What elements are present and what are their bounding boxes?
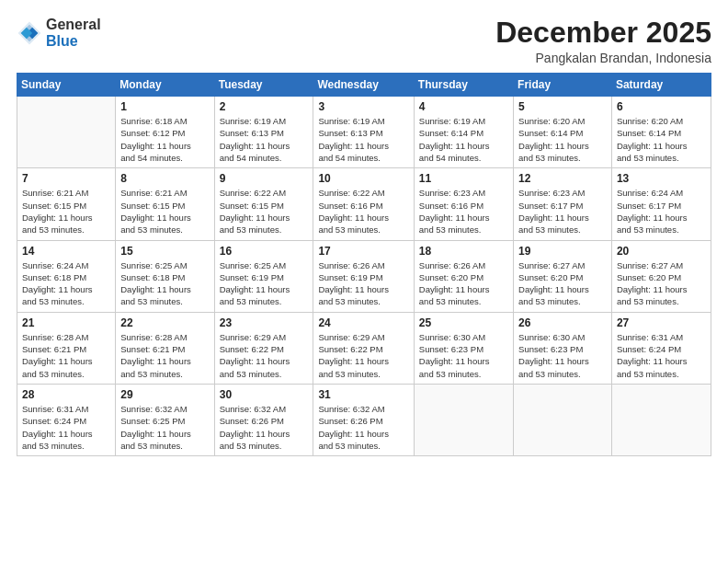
day-info: Sunrise: 6:21 AMSunset: 6:15 PMDaylight:… [22, 187, 110, 236]
day-number: 29 [120, 388, 209, 401]
calendar-week-row: 21Sunrise: 6:28 AMSunset: 6:21 PMDayligh… [17, 312, 711, 384]
day-number: 18 [419, 245, 508, 258]
day-number: 12 [518, 172, 607, 185]
day-number: 19 [518, 245, 607, 258]
day-info: Sunrise: 6:29 AMSunset: 6:22 PMDaylight:… [318, 331, 408, 380]
table-cell: 17Sunrise: 6:26 AMSunset: 6:19 PMDayligh… [313, 240, 414, 312]
day-info: Sunrise: 6:30 AMSunset: 6:23 PMDaylight:… [419, 331, 508, 380]
header: General Blue December 2025 Pangkalan Bra… [17, 17, 711, 65]
col-friday: Friday [514, 74, 612, 97]
day-number: 27 [617, 316, 706, 329]
day-number: 2 [220, 100, 309, 113]
day-number: 7 [22, 172, 110, 185]
table-cell: 31Sunrise: 6:32 AMSunset: 6:26 PMDayligh… [313, 384, 414, 455]
day-number: 24 [318, 316, 408, 329]
logo-blue: Blue [46, 33, 101, 50]
table-cell [414, 384, 513, 455]
day-info: Sunrise: 6:32 AMSunset: 6:25 PMDaylight:… [120, 403, 209, 452]
calendar-header-row: Sunday Monday Tuesday Wednesday Thursday… [17, 74, 711, 97]
day-number: 16 [220, 245, 309, 258]
table-cell: 5Sunrise: 6:20 AMSunset: 6:14 PMDaylight… [514, 97, 612, 168]
table-cell: 22Sunrise: 6:28 AMSunset: 6:21 PMDayligh… [116, 312, 214, 384]
calendar-week-row: 14Sunrise: 6:24 AMSunset: 6:18 PMDayligh… [17, 240, 711, 312]
day-info: Sunrise: 6:22 AMSunset: 6:15 PMDaylight:… [220, 187, 309, 236]
table-cell: 6Sunrise: 6:20 AMSunset: 6:14 PMDaylight… [611, 97, 711, 168]
day-number: 23 [220, 316, 309, 329]
day-number: 25 [419, 316, 508, 329]
day-info: Sunrise: 6:27 AMSunset: 6:20 PMDaylight:… [617, 259, 706, 308]
col-wednesday: Wednesday [313, 74, 414, 97]
day-number: 17 [318, 245, 408, 258]
col-monday: Monday [116, 74, 214, 97]
table-cell: 15Sunrise: 6:25 AMSunset: 6:18 PMDayligh… [116, 240, 214, 312]
title-block: December 2025 Pangkalan Brandan, Indones… [495, 17, 711, 65]
table-cell: 13Sunrise: 6:24 AMSunset: 6:17 PMDayligh… [611, 168, 711, 240]
calendar-week-row: 7Sunrise: 6:21 AMSunset: 6:15 PMDaylight… [17, 168, 711, 240]
day-number: 30 [220, 388, 309, 401]
day-info: Sunrise: 6:20 AMSunset: 6:14 PMDaylight:… [518, 115, 607, 164]
calendar-week-row: 1Sunrise: 6:18 AMSunset: 6:12 PMDaylight… [17, 97, 711, 168]
table-cell: 3Sunrise: 6:19 AMSunset: 6:13 PMDaylight… [313, 97, 414, 168]
table-cell [514, 384, 612, 455]
logo-text: General Blue [46, 17, 101, 49]
day-number: 10 [318, 172, 408, 185]
day-info: Sunrise: 6:23 AMSunset: 6:16 PMDaylight:… [419, 187, 508, 236]
table-cell: 10Sunrise: 6:22 AMSunset: 6:16 PMDayligh… [313, 168, 414, 240]
day-info: Sunrise: 6:31 AMSunset: 6:24 PMDaylight:… [22, 403, 110, 452]
table-cell: 21Sunrise: 6:28 AMSunset: 6:21 PMDayligh… [17, 312, 116, 384]
table-cell: 19Sunrise: 6:27 AMSunset: 6:20 PMDayligh… [514, 240, 612, 312]
day-info: Sunrise: 6:28 AMSunset: 6:21 PMDaylight:… [22, 331, 110, 380]
col-saturday: Saturday [611, 74, 711, 97]
day-number: 9 [220, 172, 309, 185]
logo-general: General [46, 17, 101, 33]
day-info: Sunrise: 6:23 AMSunset: 6:17 PMDaylight:… [518, 187, 607, 236]
day-info: Sunrise: 6:19 AMSunset: 6:13 PMDaylight:… [220, 115, 309, 164]
day-info: Sunrise: 6:31 AMSunset: 6:24 PMDaylight:… [617, 331, 706, 380]
day-number: 26 [518, 316, 607, 329]
logo: General Blue [17, 17, 101, 49]
table-cell: 25Sunrise: 6:30 AMSunset: 6:23 PMDayligh… [414, 312, 513, 384]
table-cell: 11Sunrise: 6:23 AMSunset: 6:16 PMDayligh… [414, 168, 513, 240]
page: General Blue December 2025 Pangkalan Bra… [0, 0, 728, 563]
day-info: Sunrise: 6:26 AMSunset: 6:19 PMDaylight:… [318, 259, 408, 308]
day-info: Sunrise: 6:21 AMSunset: 6:15 PMDaylight:… [120, 187, 209, 236]
day-number: 14 [22, 245, 110, 258]
day-number: 8 [120, 172, 209, 185]
table-cell: 20Sunrise: 6:27 AMSunset: 6:20 PMDayligh… [611, 240, 711, 312]
day-info: Sunrise: 6:32 AMSunset: 6:26 PMDaylight:… [220, 403, 309, 452]
table-cell: 9Sunrise: 6:22 AMSunset: 6:15 PMDaylight… [214, 168, 313, 240]
day-number: 21 [22, 316, 110, 329]
day-number: 31 [318, 388, 408, 401]
day-number: 1 [120, 100, 209, 113]
day-number: 20 [617, 245, 706, 258]
table-cell: 1Sunrise: 6:18 AMSunset: 6:12 PMDaylight… [116, 97, 214, 168]
table-cell: 16Sunrise: 6:25 AMSunset: 6:19 PMDayligh… [214, 240, 313, 312]
table-cell: 29Sunrise: 6:32 AMSunset: 6:25 PMDayligh… [116, 384, 214, 455]
col-thursday: Thursday [414, 74, 513, 97]
day-info: Sunrise: 6:25 AMSunset: 6:18 PMDaylight:… [120, 259, 209, 308]
calendar-week-row: 28Sunrise: 6:31 AMSunset: 6:24 PMDayligh… [17, 384, 711, 455]
day-info: Sunrise: 6:22 AMSunset: 6:16 PMDaylight:… [318, 187, 408, 236]
day-info: Sunrise: 6:25 AMSunset: 6:19 PMDaylight:… [220, 259, 309, 308]
day-number: 4 [419, 100, 508, 113]
location: Pangkalan Brandan, Indonesia [495, 51, 711, 65]
day-info: Sunrise: 6:28 AMSunset: 6:21 PMDaylight:… [120, 331, 209, 380]
logo-icon [17, 20, 42, 46]
table-cell: 23Sunrise: 6:29 AMSunset: 6:22 PMDayligh… [214, 312, 313, 384]
day-info: Sunrise: 6:24 AMSunset: 6:18 PMDaylight:… [22, 259, 110, 308]
day-number: 28 [22, 388, 110, 401]
col-sunday: Sunday [17, 74, 116, 97]
day-number: 11 [419, 172, 508, 185]
table-cell: 12Sunrise: 6:23 AMSunset: 6:17 PMDayligh… [514, 168, 612, 240]
table-cell [17, 97, 116, 168]
table-cell: 28Sunrise: 6:31 AMSunset: 6:24 PMDayligh… [17, 384, 116, 455]
day-info: Sunrise: 6:24 AMSunset: 6:17 PMDaylight:… [617, 187, 706, 236]
day-info: Sunrise: 6:26 AMSunset: 6:20 PMDaylight:… [419, 259, 508, 308]
day-info: Sunrise: 6:20 AMSunset: 6:14 PMDaylight:… [617, 115, 706, 164]
table-cell [611, 384, 711, 455]
day-number: 5 [518, 100, 607, 113]
table-cell: 7Sunrise: 6:21 AMSunset: 6:15 PMDaylight… [17, 168, 116, 240]
table-cell: 26Sunrise: 6:30 AMSunset: 6:23 PMDayligh… [514, 312, 612, 384]
day-info: Sunrise: 6:30 AMSunset: 6:23 PMDaylight:… [518, 331, 607, 380]
table-cell: 2Sunrise: 6:19 AMSunset: 6:13 PMDaylight… [214, 97, 313, 168]
